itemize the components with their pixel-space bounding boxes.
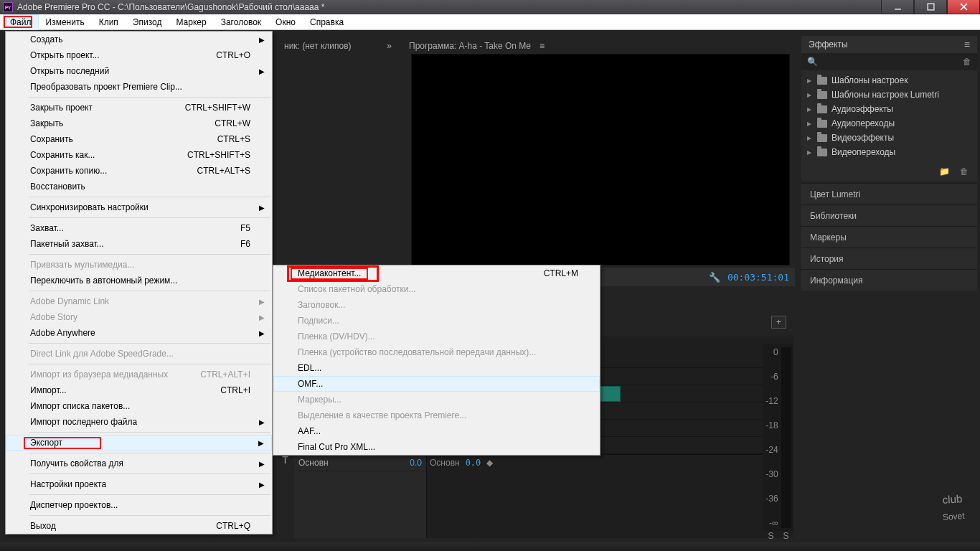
menuitem-direct-link-для-adobe-speedgrade-: Direct Link для Adobe SpeedGrade... — [6, 346, 272, 362]
master-label: Основн — [298, 458, 329, 468]
text-tool-icon[interactable]: T — [282, 454, 288, 466]
effects-folder[interactable]: ▸Аудиоэффекты — [801, 102, 977, 116]
menuitem-omf-[interactable]: OMF... — [273, 376, 600, 392]
menu-изменить[interactable]: Изменить — [39, 14, 92, 30]
shortcut: CTRL+SHIFT+W — [185, 103, 250, 113]
menuitem-label: Direct Link для Adobe SpeedGrade... — [30, 349, 174, 359]
menuitem-переключить-в-автономный-режим-[interactable]: Переключить в автономный режим... — [6, 273, 272, 288]
menuitem-label: Получить свойства для — [30, 458, 123, 468]
menuitem-adobe-story: Adobe Story▶ — [6, 309, 272, 325]
search-icon: 🔍 — [807, 57, 818, 67]
menuitem-закрыть-проект[interactable]: Закрыть проектCTRL+SHIFT+W — [6, 100, 272, 116]
keyframe-icon[interactable]: ◆ — [486, 458, 493, 468]
separator — [29, 474, 270, 474]
separator — [29, 432, 270, 433]
minimize-button[interactable] — [881, 0, 914, 14]
menuitem-label: Диспетчер проектов... — [30, 500, 118, 510]
menuitem-adobe-anywhere[interactable]: Adobe Anywhere▶ — [6, 325, 272, 341]
effects-folder[interactable]: ▸Шаблоны настроек — [801, 73, 977, 88]
menuitem-сохранить-копию-[interactable]: Сохранить копию...CTRL+ALT+S — [6, 163, 272, 179]
menuitem-закрыть[interactable]: ЗакрытьCTRL+W — [6, 116, 272, 131]
meter-tick: -36 — [765, 494, 778, 504]
chevron-icon: » — [387, 41, 392, 51]
menuitem-label: Сохранить копию... — [30, 166, 107, 176]
menuitem-маркеры-: Маркеры... — [273, 392, 600, 408]
effects-folder[interactable]: ▸Аудиопереходы — [801, 116, 977, 131]
menu-файл[interactable]: Файл — [3, 14, 39, 30]
panel-menu-icon[interactable]: ≡ — [964, 39, 970, 50]
menuitem-преобразовать-проект-premiere-clip-[interactable]: Преобразовать проект Premiere Clip... — [6, 79, 272, 95]
menuitem-label: Экспорт — [30, 438, 62, 448]
delete-icon[interactable]: 🗑 — [960, 166, 969, 176]
clear-icon[interactable]: 🗑 — [963, 57, 971, 67]
menuitem-сохранить[interactable]: СохранитьCTRL+S — [6, 131, 272, 147]
panel-tab-цвет lumetri[interactable]: Цвет Lumetri — [801, 183, 977, 204]
menuitem-edl-[interactable]: EDL... — [273, 360, 600, 376]
panel-tab-история[interactable]: История — [801, 248, 977, 269]
separator — [29, 291, 270, 291]
effects-search[interactable]: 🔍 🗑 — [801, 53, 977, 70]
shortcut: CTRL+ALT+S — [197, 166, 250, 176]
maximize-button[interactable] — [914, 0, 947, 14]
menuitem-aaf-[interactable]: AAF... — [273, 423, 600, 439]
folder-icon — [817, 77, 827, 85]
menuitem-сохранить-как-[interactable]: Сохранить как...CTRL+SHIFT+S — [6, 147, 272, 163]
menuitem-список-пакетной-обработки-: Список пакетной обработки... — [273, 281, 600, 297]
menuitem-захват-[interactable]: Захват...F5 — [6, 220, 272, 236]
menuitem-импорт-[interactable]: Импорт...CTRL+I — [6, 382, 272, 398]
menuitem-label: OMF... — [298, 379, 323, 389]
menuitem-медиаконтент-[interactable]: Медиаконтент...CTRL+M — [273, 265, 600, 281]
panel-tab-информация[interactable]: Информация — [801, 269, 977, 291]
panel-menu-icon[interactable]: ≡ — [540, 41, 545, 51]
menuitem-настройки-проекта[interactable]: Настройки проекта▶ — [6, 476, 272, 492]
separator — [29, 364, 270, 364]
menuitem-adobe-dynamic-link: Adobe Dynamic Link▶ — [6, 293, 272, 309]
master-value[interactable]: 0.0 — [466, 458, 481, 468]
effects-folder[interactable]: ▸Шаблоны настроек Lumetri — [801, 88, 977, 102]
menu-окно[interactable]: Окно — [268, 14, 303, 30]
menuitem-диспетчер-проектов-[interactable]: Диспетчер проектов... — [6, 497, 272, 513]
menuitem-импорт-последнего-файла[interactable]: Импорт последнего файла▶ — [6, 414, 272, 430]
panel-tab-маркеры[interactable]: Маркеры — [801, 226, 977, 248]
program-tab-label: Программа: A-ha - Take On Me — [409, 41, 531, 51]
separator — [29, 97, 270, 98]
menuitem-пакетный-захват-[interactable]: Пакетный захват...F6 — [6, 236, 272, 252]
menuitem-открыть-проект-[interactable]: Открыть проект...CTRL+O — [6, 47, 272, 63]
folder-label: Аудиоэффекты — [831, 104, 893, 114]
solo-indicator: S — [783, 531, 788, 541]
meter-tick: -30 — [765, 469, 778, 479]
program-panel-tab[interactable]: Программа: A-ha - Take On Me ≡ — [402, 38, 552, 54]
master-track-header[interactable]: Основн0.0 — [294, 454, 426, 471]
panel-tab-библиотеки[interactable]: Библиотеки — [801, 204, 977, 226]
menuitem-экспорт[interactable]: Экспорт▶ — [6, 435, 272, 451]
menuitem-создать[interactable]: Создать▶ — [6, 32, 272, 47]
effects-folder[interactable]: ▸Видеопереходы — [801, 145, 977, 159]
shortcut: CTRL+I — [220, 385, 250, 395]
menuitem-восстановить[interactable]: Восстановить — [6, 179, 272, 194]
menuitem-выход[interactable]: ВыходCTRL+Q — [6, 518, 272, 534]
menuitem-label: Привязать мультимедиа... — [30, 260, 134, 270]
menu-клип[interactable]: Клип — [92, 14, 126, 30]
add-button[interactable]: + — [771, 316, 786, 329]
menu-эпизод[interactable]: Эпизод — [126, 14, 169, 30]
menuitem-label: Импорт последнего файла — [30, 417, 137, 427]
close-button[interactable] — [947, 0, 980, 14]
menu-маркер[interactable]: Маркер — [169, 14, 213, 30]
effects-folder[interactable]: ▸Видеоэффекты — [801, 131, 977, 145]
menuitem-открыть-последний[interactable]: Открыть последний▶ — [6, 63, 272, 79]
shortcut: CTRL+ALT+I — [200, 369, 250, 380]
program-timecode[interactable]: 00:03:51:01 — [727, 272, 789, 283]
source-panel-tab[interactable]: ник: (нет клипов) » — [277, 38, 399, 54]
settings-icon[interactable]: 🔧 — [709, 272, 720, 283]
menuitem-final-cut-pro-xml-[interactable]: Final Cut Pro XML... — [273, 439, 600, 455]
separator — [29, 494, 270, 495]
menuitem-label: EDL... — [298, 363, 321, 373]
menuitem-получить-свойства-для[interactable]: Получить свойства для▶ — [6, 456, 272, 471]
menu-справка[interactable]: Справка — [303, 14, 351, 30]
new-bin-icon[interactable]: 📁 — [939, 166, 950, 176]
menuitem-синхронизировать-настройки[interactable]: Синхронизировать настройки▶ — [6, 199, 272, 215]
menuitem-импорт-списка-пакетов-[interactable]: Импорт списка пакетов... — [6, 398, 272, 414]
menuitem-label: Выход — [30, 521, 56, 531]
meter-tick: 0 — [765, 347, 778, 357]
menu-заголовок[interactable]: Заголовок — [214, 14, 268, 30]
